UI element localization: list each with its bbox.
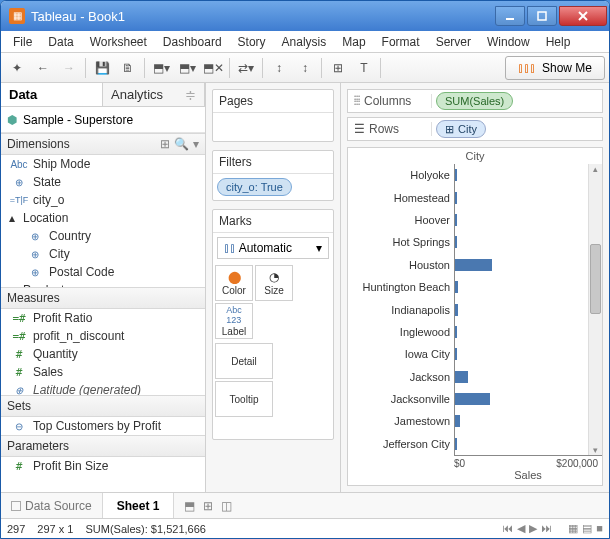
- new-worksheet-icon[interactable]: ⬒: [184, 499, 195, 513]
- bar[interactable]: [455, 281, 458, 293]
- meas-latitude[interactable]: ⊕Latitude (generated): [1, 381, 205, 395]
- bar[interactable]: [455, 393, 490, 405]
- dim-country[interactable]: ⊕Country: [1, 227, 205, 245]
- bar-row[interactable]: [455, 209, 588, 231]
- maximize-button[interactable]: [527, 6, 557, 26]
- bar-row[interactable]: [455, 186, 588, 208]
- swap-button[interactable]: ⇄▾: [234, 56, 258, 80]
- bar[interactable]: [455, 259, 492, 271]
- close-button[interactable]: [559, 6, 607, 26]
- menu-server[interactable]: Server: [428, 35, 479, 49]
- meas-sales[interactable]: #Sales: [1, 363, 205, 381]
- datasource-tab[interactable]: Data Source: [1, 493, 103, 518]
- row-label[interactable]: Jacksonville: [348, 388, 454, 410]
- dim-postal[interactable]: ⊕Postal Code: [1, 263, 205, 281]
- columns-shelf[interactable]: ⦙⦙⦙Columns SUM(Sales): [347, 89, 603, 113]
- view-data-icon[interactable]: ⊞: [160, 137, 170, 151]
- row-label[interactable]: Jamestown: [348, 410, 454, 432]
- mark-detail[interactable]: Detail: [215, 343, 273, 379]
- duplicate-button[interactable]: ⬒▾: [175, 56, 199, 80]
- bar[interactable]: [455, 192, 457, 204]
- tab-data[interactable]: Data: [1, 83, 103, 106]
- bar[interactable]: [455, 169, 457, 181]
- viz-area[interactable]: City HolyokeHomesteadHooverHot SpringsHo…: [347, 147, 603, 486]
- bar[interactable]: [455, 415, 460, 427]
- row-label[interactable]: Hot Springs: [348, 231, 454, 253]
- row-label[interactable]: Iowa City: [348, 343, 454, 365]
- new-data-button[interactable]: 🗎: [116, 56, 140, 80]
- dim-city[interactable]: ⊕City: [1, 245, 205, 263]
- meas-quantity[interactable]: #Quantity: [1, 345, 205, 363]
- menu-analysis[interactable]: Analysis: [274, 35, 335, 49]
- bars-area[interactable]: [454, 164, 588, 455]
- row-label[interactable]: Indianapolis: [348, 298, 454, 320]
- bar-row[interactable]: [455, 164, 588, 186]
- row-label[interactable]: Inglewood: [348, 321, 454, 343]
- group-button[interactable]: ⊞: [326, 56, 350, 80]
- menu-data[interactable]: Data: [40, 35, 81, 49]
- bar-row[interactable]: [455, 231, 588, 253]
- bar[interactable]: [455, 438, 457, 450]
- menu-file[interactable]: File: [5, 35, 40, 49]
- dim-state[interactable]: ⊕State: [1, 173, 205, 191]
- sheet1-tab[interactable]: Sheet 1: [103, 493, 175, 518]
- bar[interactable]: [455, 214, 457, 226]
- nav-last-icon[interactable]: ⏭: [541, 522, 552, 535]
- nav-first-icon[interactable]: ⏮: [502, 522, 513, 535]
- row-label[interactable]: Holyoke: [348, 164, 454, 186]
- menu-map[interactable]: Map: [334, 35, 373, 49]
- menu-dashboard[interactable]: Dashboard: [155, 35, 230, 49]
- set-topcustomers[interactable]: ⊖Top Customers by Profit: [1, 417, 205, 435]
- new-story-icon[interactable]: ◫: [221, 499, 232, 513]
- bar-row[interactable]: [455, 254, 588, 276]
- bar-row[interactable]: [455, 366, 588, 388]
- rows-shelf[interactable]: ☰Rows ⊞City: [347, 117, 603, 141]
- minimize-button[interactable]: [495, 6, 525, 26]
- bar[interactable]: [455, 326, 457, 338]
- row-label[interactable]: Houston: [348, 254, 454, 276]
- bar-row[interactable]: [455, 388, 588, 410]
- row-label[interactable]: Homestead: [348, 186, 454, 208]
- bar[interactable]: [455, 236, 457, 248]
- row-label[interactable]: Jackson: [348, 366, 454, 388]
- new-dashboard-icon[interactable]: ⊞: [203, 499, 213, 513]
- view-list-icon[interactable]: ▤: [582, 522, 592, 535]
- bar[interactable]: [455, 304, 458, 316]
- save-button[interactable]: 💾: [90, 56, 114, 80]
- view-grid-icon[interactable]: ▦: [568, 522, 578, 535]
- label-button[interactable]: T: [352, 56, 376, 80]
- bar-row[interactable]: [455, 433, 588, 455]
- meas-pnd[interactable]: =#profit_n_discount: [1, 327, 205, 345]
- menu-worksheet[interactable]: Worksheet: [82, 35, 155, 49]
- view-full-icon[interactable]: ■: [596, 522, 603, 535]
- sort-desc-button[interactable]: ↕: [293, 56, 317, 80]
- show-me-button[interactable]: ⫿⫿⫿ Show Me: [505, 56, 605, 80]
- bar-row[interactable]: [455, 321, 588, 343]
- dim-cityo[interactable]: =T|Fcity_o: [1, 191, 205, 209]
- bar-row[interactable]: [455, 343, 588, 365]
- pages-shelf[interactable]: Pages: [212, 89, 334, 142]
- mark-label[interactable]: Abc123Label: [215, 303, 253, 339]
- datasource-row[interactable]: ⬢ Sample - Superstore: [1, 107, 205, 133]
- menu-format[interactable]: Format: [374, 35, 428, 49]
- titlebar[interactable]: ▦ Tableau - Book1: [1, 1, 609, 31]
- param-profitbin[interactable]: #Profit Bin Size: [1, 457, 205, 475]
- menu-story[interactable]: Story: [230, 35, 274, 49]
- dim-location[interactable]: ▴Location: [1, 209, 205, 227]
- mark-type-dropdown[interactable]: ⫿⫿ Automatic▾: [217, 237, 329, 259]
- tab-analytics[interactable]: Analytics≑: [103, 83, 205, 106]
- mark-color[interactable]: ⬤Color: [215, 265, 253, 301]
- bar[interactable]: [455, 371, 468, 383]
- clear-button[interactable]: ⬒✕: [201, 56, 225, 80]
- columns-pill-sumsales[interactable]: SUM(Sales): [436, 92, 513, 110]
- bar-row[interactable]: [455, 410, 588, 432]
- row-label[interactable]: Hoover: [348, 209, 454, 231]
- nav-next-icon[interactable]: ▶: [529, 522, 537, 535]
- vertical-scrollbar[interactable]: ▴ ▾: [588, 164, 602, 455]
- dim-shipmode[interactable]: AbcShip Mode: [1, 155, 205, 173]
- sort-asc-button[interactable]: ↕: [267, 56, 291, 80]
- new-worksheet-button[interactable]: ⬒▾: [149, 56, 173, 80]
- filter-pill-cityo[interactable]: city_o: True: [217, 178, 292, 196]
- filters-shelf[interactable]: Filters city_o: True: [212, 150, 334, 201]
- forward-button[interactable]: →: [57, 56, 81, 80]
